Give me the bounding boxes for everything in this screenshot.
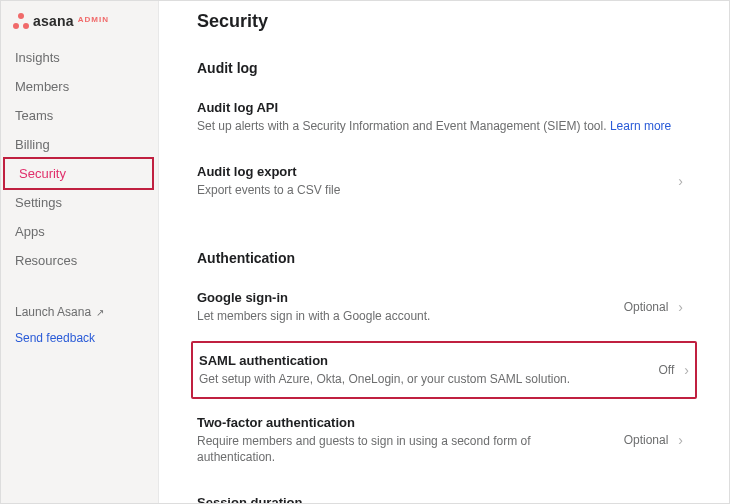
- external-link-icon: ↗: [96, 307, 104, 318]
- sidebar-item-security-highlight: Security: [3, 157, 154, 190]
- setting-saml[interactable]: SAML authentication Get setup with Azure…: [191, 341, 697, 399]
- chevron-right-icon: ›: [678, 173, 683, 189]
- section-audit-title: Audit log: [197, 60, 691, 76]
- sidebar: asana ADMIN Insights Members Teams Billi…: [1, 1, 159, 503]
- setting-google-value: Optional: [624, 300, 669, 314]
- admin-frame: asana ADMIN Insights Members Teams Billi…: [0, 0, 730, 504]
- setting-audit-export-desc: Export events to a CSV file: [197, 182, 668, 198]
- setting-tfa-value: Optional: [624, 433, 669, 447]
- setting-body: Audit log API Set up alerts with a Secur…: [197, 100, 683, 134]
- chevron-right-icon: ›: [684, 362, 689, 378]
- sidebar-item-security[interactable]: Security: [5, 159, 152, 188]
- setting-audit-api-title: Audit log API: [197, 100, 683, 115]
- setting-audit-api-desc-text: Set up alerts with a Security Informatio…: [197, 119, 610, 133]
- setting-body: Google sign-in Let members sign in with …: [197, 290, 612, 324]
- setting-saml-value: Off: [659, 363, 675, 377]
- chevron-right-icon: ›: [678, 299, 683, 315]
- main-content: Security Audit log Audit log API Set up …: [159, 1, 729, 503]
- setting-body: SAML authentication Get setup with Azure…: [199, 353, 647, 387]
- learn-more-link[interactable]: Learn more: [610, 119, 671, 133]
- launch-asana-label: Launch Asana: [15, 305, 91, 319]
- setting-audit-api[interactable]: Audit log API Set up alerts with a Secur…: [197, 86, 691, 148]
- setting-google-signin[interactable]: Google sign-in Let members sign in with …: [197, 276, 691, 338]
- sidebar-item-members[interactable]: Members: [1, 72, 158, 101]
- send-feedback-link[interactable]: Send feedback: [1, 325, 158, 351]
- sidebar-item-billing[interactable]: Billing: [1, 130, 158, 159]
- setting-audit-api-desc: Set up alerts with a Security Informatio…: [197, 118, 683, 134]
- setting-saml-desc: Get setup with Azure, Okta, OneLogin, or…: [199, 371, 647, 387]
- page-title: Security: [197, 11, 691, 32]
- setting-body: Session duration Set how long members ca…: [197, 495, 512, 503]
- setting-audit-export[interactable]: Audit log export Export events to a CSV …: [197, 150, 691, 212]
- sidebar-item-insights[interactable]: Insights: [1, 43, 158, 72]
- sidebar-item-apps[interactable]: Apps: [1, 217, 158, 246]
- setting-session-duration[interactable]: Session duration Set how long members ca…: [197, 481, 691, 503]
- section-auth-title: Authentication: [197, 250, 691, 266]
- setting-saml-title: SAML authentication: [199, 353, 647, 368]
- asana-logo-icon: [13, 13, 29, 29]
- setting-body: Audit log export Export events to a CSV …: [197, 164, 668, 198]
- setting-two-factor[interactable]: Two-factor authentication Require member…: [197, 401, 691, 479]
- brand: asana ADMIN: [1, 7, 158, 43]
- setting-google-title: Google sign-in: [197, 290, 612, 305]
- sidebar-nav: Insights Members Teams Billing Security …: [1, 43, 158, 275]
- setting-google-desc: Let members sign in with a Google accoun…: [197, 308, 612, 324]
- sidebar-item-resources[interactable]: Resources: [1, 246, 158, 275]
- chevron-right-icon: ›: [678, 432, 683, 448]
- setting-tfa-desc: Require members and guests to sign in us…: [197, 433, 612, 465]
- setting-tfa-title: Two-factor authentication: [197, 415, 612, 430]
- setting-session-title: Session duration: [197, 495, 512, 503]
- setting-body: Two-factor authentication Require member…: [197, 415, 612, 465]
- sidebar-item-settings[interactable]: Settings: [1, 188, 158, 217]
- launch-asana-link[interactable]: Launch Asana ↗: [1, 299, 158, 325]
- sidebar-item-teams[interactable]: Teams: [1, 101, 158, 130]
- brand-name: asana: [33, 13, 74, 29]
- brand-suffix: ADMIN: [78, 15, 109, 24]
- setting-audit-export-title: Audit log export: [197, 164, 668, 179]
